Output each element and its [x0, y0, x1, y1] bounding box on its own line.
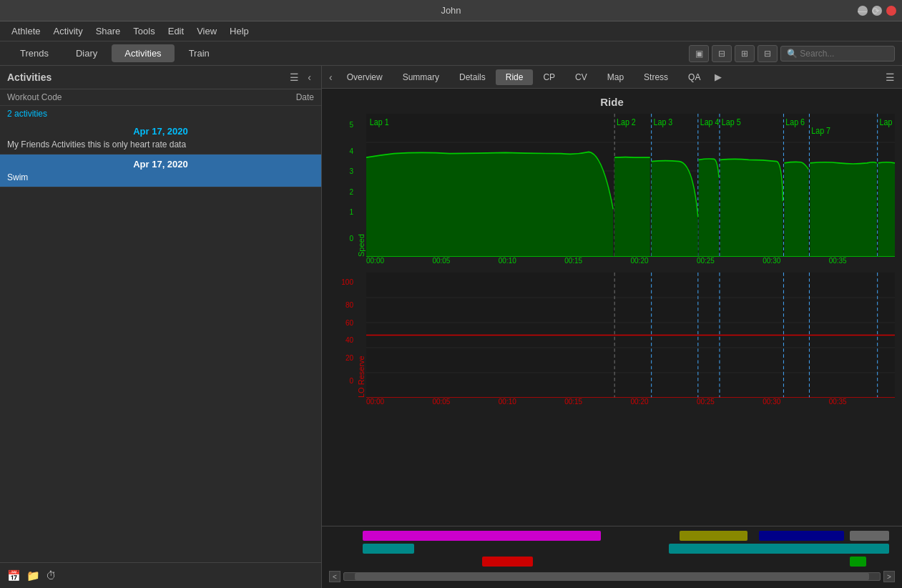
tab-details[interactable]: Details — [449, 69, 496, 85]
activities-header-icons: ☰ ‹ — [287, 70, 314, 84]
speed-x-0: 00:00 — [366, 257, 432, 270]
speed-y2: 2 — [349, 182, 353, 202]
scrollbar-row: < > — [329, 569, 895, 584]
window-title: John — [441, 5, 461, 16]
menu-item-help[interactable]: Help — [224, 24, 255, 39]
minimize-button[interactable]: — — [858, 6, 868, 16]
speed-chart-svg: Lap 1 Lap 2 Lap 3 Lap 4 Lap 5 Lap 6 Lap … — [366, 114, 895, 257]
menu-item-edit[interactable]: Edit — [162, 24, 190, 39]
nav-tab-trends[interactable]: Trends — [7, 44, 62, 62]
nav-tab-train[interactable]: Train — [176, 44, 222, 62]
band-red — [482, 557, 533, 567]
menu-item-athlete[interactable]: Athlete — [6, 24, 46, 39]
tab-cv[interactable]: CV — [565, 69, 597, 85]
activity-item[interactable]: Apr 17, 2020 Swim — [0, 155, 321, 187]
bottom-area: < > — [322, 526, 902, 588]
activity-date: Apr 17, 2020 — [7, 159, 314, 170]
scrollbar-track[interactable] — [343, 572, 881, 581]
speed-y1: 1 — [349, 202, 353, 222]
activity-date: Apr 17, 2020 — [7, 126, 314, 137]
hr-x-4: 00:20 — [631, 398, 697, 411]
speed-y3: 3 — [349, 162, 353, 182]
hr-y0: 0 — [349, 367, 353, 385]
svg-text:Lap: Lap — [880, 117, 893, 127]
restore-button[interactable]: ⟳ — [872, 6, 882, 16]
left-panel-bottom: 📅 📁 ⏱ — [0, 562, 321, 588]
band-gray — [850, 531, 889, 541]
color-bands — [329, 531, 895, 567]
band-purple — [363, 531, 600, 541]
band-olive — [680, 531, 747, 541]
calendar-icon[interactable]: 📅 — [7, 569, 21, 582]
window-controls: — ⟳ — [858, 6, 896, 16]
hr-x-1: 00:05 — [432, 398, 498, 411]
tab-cp[interactable]: CP — [533, 69, 565, 85]
hr-chart-wrapper: 100 80 60 40 20 0 LO Reserve — [329, 273, 895, 398]
activity-list: Workout Code Date 2 activities Apr 17, 2… — [0, 89, 321, 562]
scrollbar-thumb[interactable] — [355, 573, 869, 580]
svg-text:Lap 1: Lap 1 — [370, 117, 389, 127]
speed-x-5: 00:25 — [697, 257, 763, 270]
nav-tools: ▣ ⊟ ⊞ ⊟ — [689, 45, 895, 62]
hr-chart-plot[interactable] — [366, 273, 895, 398]
menu-item-view[interactable]: View — [191, 24, 222, 39]
tab-bar: ‹ Overview Summary Details Ride CP CV Ma… — [322, 66, 902, 89]
hr-x-0: 00:00 — [366, 398, 432, 411]
hamburger-icon[interactable]: ☰ — [287, 70, 302, 84]
speed-chart-plot[interactable]: Lap 1 Lap 2 Lap 3 Lap 4 Lap 5 Lap 6 Lap … — [366, 114, 895, 257]
speed-y4: 4 — [349, 141, 353, 161]
chart-title: Ride — [329, 96, 895, 108]
sidebar-tool-btn[interactable]: ▣ — [689, 45, 709, 62]
nav-tab-activities[interactable]: Activities — [112, 44, 174, 62]
speed-x-2: 00:10 — [499, 257, 564, 270]
speed-y5: 5 — [349, 121, 353, 141]
svg-text:Lap 3: Lap 3 — [654, 117, 673, 127]
scroll-left-btn[interactable]: < — [329, 571, 340, 582]
tab-menu-icon[interactable]: ☰ — [881, 69, 899, 86]
search-input[interactable] — [780, 46, 895, 62]
close-button[interactable] — [886, 6, 896, 16]
grid-tool-btn[interactable]: ⊟ — [758, 45, 778, 62]
band-teal-2 — [669, 544, 889, 554]
tab-more-icon[interactable]: ▶ — [710, 69, 726, 85]
svg-text:Lap 2: Lap 2 — [617, 117, 636, 127]
hr-x-6: 00:30 — [763, 398, 828, 411]
navtabs: TrendsDiaryActivitiesTrain ▣ ⊟ ⊞ ⊟ — [0, 41, 902, 66]
menu-item-share[interactable]: Share — [90, 24, 127, 39]
left-panel: Activities ☰ ‹ Workout Code Date 2 activ… — [0, 66, 322, 588]
folder-icon[interactable]: 📁 — [26, 569, 40, 582]
speed-chart-wrapper: 5 4 3 2 1 0 Speed — [329, 114, 895, 257]
tab-qa[interactable]: QA — [678, 69, 710, 85]
col-workout-code: Workout Code — [7, 92, 221, 102]
menu-item-tools[interactable]: Tools — [127, 24, 160, 39]
chart-area: Ride 5 4 3 2 1 0 Speed — [322, 89, 902, 526]
tab-map[interactable]: Map — [597, 69, 634, 85]
nav-tab-diary[interactable]: Diary — [63, 44, 110, 62]
hr-x-5: 00:25 — [697, 398, 763, 411]
tab-summary[interactable]: Summary — [393, 69, 449, 85]
activity-item[interactable]: Apr 17, 2020 My Friends Activities this … — [0, 122, 321, 155]
nav-tabs-left: TrendsDiaryActivitiesTrain — [7, 44, 222, 62]
split-tool-btn[interactable]: ⊞ — [735, 45, 755, 62]
col-date: Date — [221, 92, 314, 102]
hr-y100: 100 — [341, 278, 353, 296]
tab-prev-btn[interactable]: ‹ — [325, 69, 337, 86]
titlebar: John — ⟳ — [0, 0, 902, 21]
hr-x-3: 00:15 — [564, 398, 630, 411]
chevron-left-icon[interactable]: ‹ — [305, 70, 314, 84]
panel-tool-btn[interactable]: ⊟ — [712, 45, 732, 62]
menu-item-activity[interactable]: Activity — [47, 24, 88, 39]
main-layout: Activities ☰ ‹ Workout Code Date 2 activ… — [0, 66, 902, 588]
tab-stress[interactable]: Stress — [634, 69, 678, 85]
hr-y80: 80 — [345, 296, 353, 314]
speed-x-6: 00:30 — [763, 257, 828, 270]
speed-x-4: 00:20 — [631, 257, 697, 270]
tab-overview[interactable]: Overview — [337, 69, 393, 85]
svg-text:Lap 6: Lap 6 — [785, 117, 805, 127]
hr-x-7: 00:35 — [829, 398, 895, 411]
tab-ride[interactable]: Ride — [496, 69, 534, 85]
clock-icon[interactable]: ⏱ — [46, 569, 57, 582]
hr-chart-svg — [366, 273, 895, 398]
activities-header: Activities ☰ ‹ — [0, 66, 321, 89]
scroll-right-btn[interactable]: > — [883, 571, 895, 582]
